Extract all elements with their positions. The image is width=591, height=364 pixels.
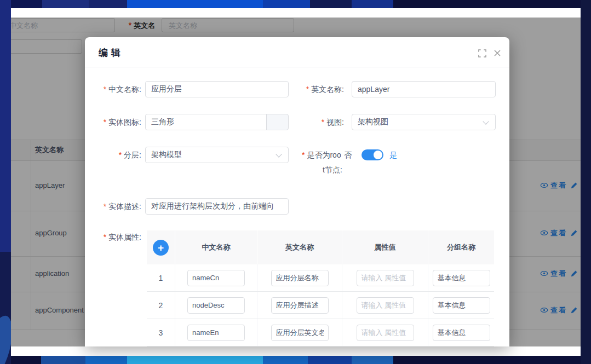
add-attr-button[interactable]: + — [153, 240, 169, 256]
attr-value-input[interactable] — [357, 297, 414, 314]
attr-name-cn-input[interactable] — [187, 270, 245, 286]
wallpaper-segment — [352, 0, 393, 8]
add-attr-cell: + — [147, 230, 175, 264]
required-asterisk: * — [104, 118, 106, 126]
entity-icon-label: *实体图标: — [85, 114, 141, 130]
entity-desc-input[interactable] — [145, 198, 289, 215]
layer-label: *分层: — [85, 147, 141, 163]
col-header-name-en: 英文名称 — [257, 230, 342, 264]
wallpaper-segment — [127, 356, 263, 364]
toggle-on-text: 是 — [389, 147, 397, 163]
col-header-group-name: 分组名称 — [428, 230, 494, 264]
attr-name-en-input[interactable] — [271, 325, 329, 341]
attr-row: 2 — [147, 292, 494, 319]
view-label: *视图: — [288, 114, 344, 130]
wallpaper-segment — [85, 356, 127, 364]
entity-attrs-label: *实体属性: — [85, 229, 141, 245]
required-asterisk: * — [104, 233, 106, 241]
wallpaper-left-strip — [0, 0, 11, 252]
wallpaper-segment — [352, 356, 393, 364]
edit-dialog: 编辑 *中文名称: *英文名称: *实体图标: *视图: *分层: — [85, 37, 509, 346]
attr-value-input[interactable] — [357, 325, 414, 341]
toggle-knob — [374, 151, 382, 159]
desktop-stage: *英文名 英文名称 appLayer appGroup application … — [0, 0, 591, 364]
col-header-name-cn: 中文名称 — [175, 230, 257, 264]
name-en-label: *英文名称: — [288, 81, 344, 97]
required-asterisk: * — [119, 151, 122, 159]
row-index: 2 — [159, 301, 163, 310]
wallpaper-segment — [127, 0, 263, 8]
wallpaper-segment — [42, 0, 89, 8]
entity-icon-input[interactable] — [145, 114, 267, 130]
attrs-table-header: + 中文名称 英文名称 属性值 分组名称 — [147, 230, 494, 264]
attr-group-input[interactable] — [433, 270, 490, 286]
layer-select[interactable] — [145, 147, 289, 163]
wallpaper-segment — [308, 356, 352, 364]
dialog-title: 编辑 — [99, 47, 124, 59]
required-asterisk: * — [322, 118, 324, 126]
required-asterisk: * — [302, 151, 305, 159]
attr-name-cn-input[interactable] — [187, 297, 245, 314]
view-select[interactable] — [352, 114, 496, 130]
entity-desc-label: *实体描述: — [85, 198, 141, 215]
wallpaper-segment — [89, 0, 127, 8]
icon-picker-addon[interactable] — [266, 114, 289, 130]
attr-group-input[interactable] — [433, 297, 490, 314]
is-root-label-line2: t节点: — [323, 164, 342, 175]
wallpaper-segment — [310, 0, 352, 8]
toggle-off-text: 否 — [344, 147, 352, 163]
close-icon[interactable] — [494, 49, 502, 58]
attr-row: 1 — [147, 264, 494, 292]
wallpaper-segment — [263, 0, 310, 8]
entity-attrs-table: + 中文名称 英文名称 属性值 分组名称 1 2 — [147, 230, 494, 346]
attr-name-en-input[interactable] — [271, 297, 329, 314]
attr-row: 3 — [147, 319, 494, 346]
is-root-toggle[interactable] — [362, 149, 383, 160]
attr-group-input[interactable] — [433, 325, 490, 341]
required-asterisk: * — [104, 85, 106, 94]
name-cn-input[interactable] — [145, 81, 289, 97]
required-asterisk: * — [104, 202, 106, 211]
browser-chrome-bottom — [11, 346, 581, 356]
attr-value-input[interactable] — [357, 270, 414, 286]
browser-chrome-top — [11, 8, 581, 18]
col-header-attr-value: 属性值 — [342, 230, 428, 264]
wallpaper-segment — [263, 356, 308, 364]
name-en-input[interactable] — [352, 81, 496, 97]
wallpaper-segment — [41, 356, 85, 364]
is-root-label-line1: *是否为roo — [302, 147, 341, 163]
divider — [85, 67, 509, 67]
row-index: 3 — [159, 328, 163, 337]
wallpaper-right-strip — [581, 0, 591, 364]
attr-name-cn-input[interactable] — [187, 325, 245, 341]
fullscreen-icon[interactable] — [478, 49, 487, 58]
row-index: 1 — [159, 274, 163, 282]
required-asterisk: * — [306, 85, 309, 94]
name-cn-label: *中文名称: — [85, 81, 141, 97]
attr-name-en-input[interactable] — [271, 270, 329, 286]
